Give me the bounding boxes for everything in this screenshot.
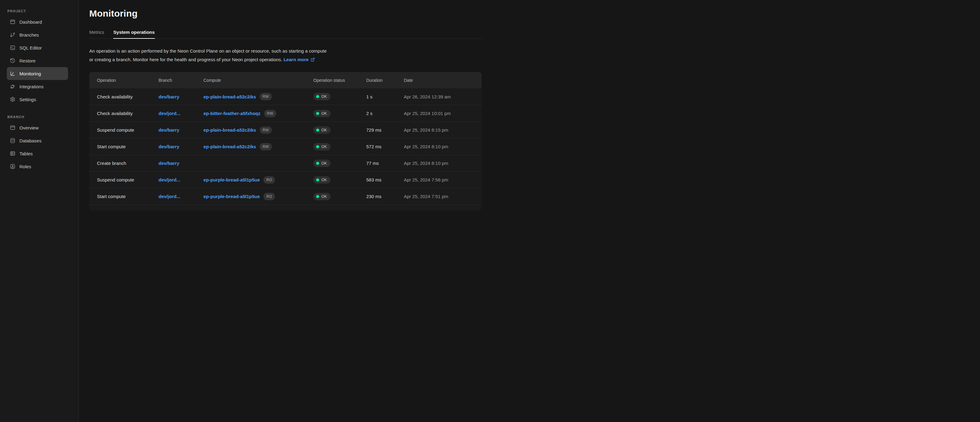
sidebar-item-monitoring[interactable]: Monitoring — [7, 67, 68, 80]
status-badge: OK — [313, 176, 331, 184]
roles-icon — [10, 163, 15, 169]
sidebar-item-label: Roles — [19, 164, 31, 169]
column-header-operation: Operation — [97, 78, 159, 83]
databases-icon — [10, 138, 15, 143]
branch-link[interactable]: dev/jord... — [159, 111, 180, 116]
sidebar-item-label: Monitoring — [19, 71, 41, 76]
status-badge: OK — [313, 143, 331, 151]
description-text: An operation is an action performed by t… — [89, 47, 482, 64]
sidebar-item-integrations[interactable]: Integrations — [7, 80, 68, 93]
table-row: Check availability dev/jord... ep-bitter… — [89, 105, 482, 122]
compute-link[interactable]: ep-plain-bread-a52c2iks — [204, 127, 256, 133]
duration-cell: 77 ms — [366, 160, 404, 166]
sidebar-item-databases[interactable]: Databases — [7, 134, 68, 147]
branch-link[interactable]: dev/barry — [159, 127, 180, 133]
compute-type-badge: RW — [260, 127, 272, 134]
branches-icon — [10, 32, 15, 38]
tab-system-operations[interactable]: System operations — [113, 26, 154, 38]
branch-link[interactable]: dev/jord... — [159, 194, 180, 199]
tables-icon — [10, 151, 15, 156]
branch-link[interactable]: dev/jord... — [159, 177, 180, 182]
compute-type-badge: RO — [264, 176, 275, 184]
operation-cell: Start compute — [97, 194, 159, 199]
branch-link[interactable]: dev/barry — [159, 144, 180, 149]
status-ok-dot — [316, 145, 319, 148]
status-badge: OK — [313, 193, 331, 200]
settings-icon — [10, 97, 15, 102]
table-row: Suspend compute dev/jord... ep-purple-br… — [89, 171, 482, 188]
sidebar-item-label: Dashboard — [19, 19, 42, 25]
table-row-partial — [89, 205, 482, 210]
column-header-compute: Compute — [204, 78, 313, 83]
status-ok-dot — [316, 162, 319, 165]
table-row: Suspend compute dev/barry ep-plain-bread… — [89, 122, 482, 138]
sidebar-item-label: Tables — [19, 151, 33, 156]
operation-cell: Check availability — [97, 94, 159, 99]
duration-cell: 2 s — [366, 111, 404, 116]
duration-cell: 1 s — [366, 94, 404, 99]
compute-link[interactable]: ep-bitter-feather-a5fxhoqz — [204, 111, 260, 116]
operation-cell: Start compute — [97, 144, 159, 149]
sidebar-item-branches[interactable]: Branches — [7, 28, 68, 41]
date-cell: Apr 25, 2024 8:10 pm — [404, 160, 474, 166]
column-header-operation-status: Operation status — [313, 78, 366, 83]
sidebar-item-label: Restore — [19, 58, 36, 63]
status-badge: OK — [313, 127, 331, 134]
monitoring-icon — [10, 71, 15, 76]
sidebar-item-sql-editor[interactable]: SQL Editor — [7, 41, 68, 54]
duration-cell: 572 ms — [366, 144, 404, 149]
date-cell: Apr 25, 2024 7:56 pm — [404, 177, 474, 182]
restore-icon — [10, 58, 15, 63]
sidebar-item-label: Databases — [19, 138, 41, 143]
column-header-duration: Duration — [366, 78, 404, 83]
tab-bar: Metrics System operations — [89, 26, 482, 39]
date-cell: Apr 26, 2024 12:39 am — [404, 94, 474, 99]
page-title: Monitoring — [89, 8, 482, 19]
sidebar-item-tables[interactable]: Tables — [7, 147, 68, 160]
sidebar-section-project: PROJECTDashboardBranchesSQL EditorRestor… — [7, 9, 78, 106]
learn-more-link[interactable]: Learn more — [283, 57, 309, 62]
sidebar-item-label: Settings — [19, 97, 36, 102]
status-ok-dot — [316, 195, 319, 198]
description-line-1: An operation is an action performed by t… — [89, 48, 326, 54]
status-ok-dot — [316, 95, 319, 98]
compute-link[interactable]: ep-plain-bread-a52c2iks — [204, 94, 256, 99]
sidebar-item-restore[interactable]: Restore — [7, 54, 68, 67]
external-link-icon — [310, 56, 315, 60]
branch-link[interactable]: dev/barry — [159, 94, 180, 99]
operation-cell: Suspend compute — [97, 177, 159, 182]
sidebar-section-branch: BRANCHOverviewDatabasesTablesRoles — [7, 115, 78, 173]
status-badge: OK — [313, 160, 331, 167]
sidebar-item-dashboard[interactable]: Dashboard — [7, 15, 68, 28]
sidebar-item-label: SQL Editor — [19, 45, 42, 51]
compute-link[interactable]: ep-purple-bread-a5l1p5ue — [204, 177, 260, 182]
sidebar-item-overview[interactable]: Overview — [7, 121, 68, 134]
table-row: Start compute dev/jord... ep-purple-brea… — [89, 188, 482, 205]
sidebar: PROJECTDashboardBranchesSQL EditorRestor… — [0, 0, 79, 211]
tab-metrics[interactable]: Metrics — [89, 26, 104, 38]
sidebar-item-label: Overview — [19, 125, 39, 130]
sidebar-item-label: Integrations — [19, 84, 43, 89]
sql-editor-icon — [10, 45, 15, 51]
table-row: Start compute dev/barry ep-plain-bread-a… — [89, 138, 482, 155]
compute-type-badge: RW — [264, 110, 276, 117]
column-header-date: Date — [404, 78, 474, 83]
duration-cell: 729 ms — [366, 127, 404, 133]
overview-icon — [10, 125, 15, 130]
sidebar-item-roles[interactable]: Roles — [7, 160, 68, 173]
compute-link[interactable]: ep-purple-bread-a5l1p5ue — [204, 194, 260, 199]
operation-cell: Check availability — [97, 111, 159, 116]
status-ok-dot — [316, 129, 319, 132]
sidebar-item-label: Branches — [19, 32, 39, 38]
compute-link[interactable]: ep-plain-bread-a52c2iks — [204, 144, 256, 149]
operation-cell: Suspend compute — [97, 127, 159, 133]
sidebar-item-settings[interactable]: Settings — [7, 93, 68, 106]
status-ok-dot — [316, 178, 319, 181]
duration-cell: 230 ms — [366, 194, 404, 199]
table-row: Check availability dev/barry ep-plain-br… — [89, 88, 482, 105]
compute-type-badge: RW — [260, 93, 272, 100]
date-cell: Apr 25, 2024 10:01 pm — [404, 111, 474, 116]
branch-link[interactable]: dev/barry — [159, 160, 180, 166]
date-cell: Apr 25, 2024 7:51 pm — [404, 194, 474, 199]
column-header-branch: Branch — [159, 78, 204, 83]
